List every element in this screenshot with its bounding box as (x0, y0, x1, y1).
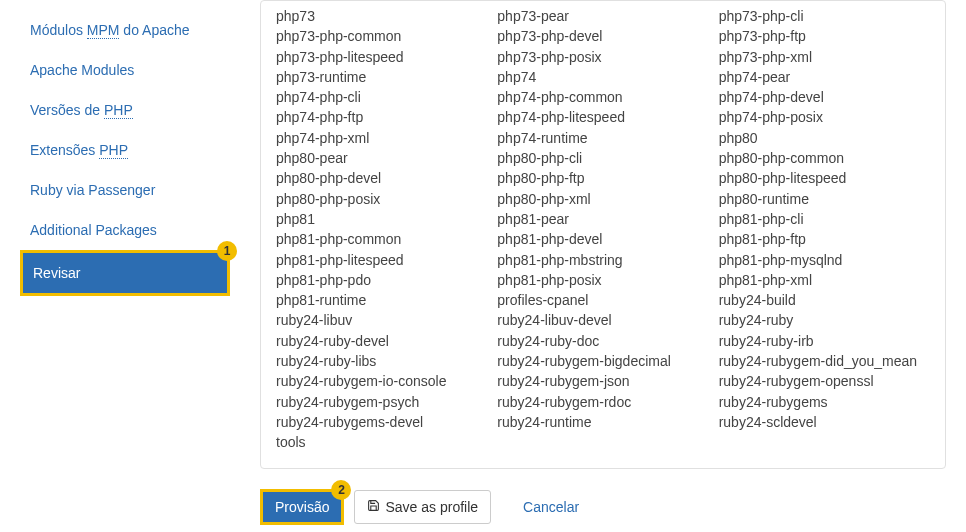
package-item: tools (276, 432, 487, 452)
package-item: php80 (719, 128, 930, 148)
cancel-button[interactable]: Cancelar (511, 491, 591, 523)
package-item: ruby24-libuv (276, 310, 487, 330)
package-item: php73-php-common (276, 26, 487, 46)
package-item: php81-php-pdo (276, 270, 487, 290)
package-item: php73 (276, 6, 487, 26)
cancel-label: Cancelar (523, 499, 579, 515)
sidebar-item-label: Revisar (33, 265, 80, 281)
provision-button[interactable]: Provisão 2 (260, 489, 344, 525)
sidebar-item-label: Extensões (30, 142, 99, 158)
sidebar-item-label: Apache Modules (30, 62, 134, 78)
package-item: php81-php-cli (719, 209, 930, 229)
package-item: php81 (276, 209, 487, 229)
save-profile-label: Save as profile (385, 499, 478, 515)
package-item: php81-php-mysqlnd (719, 250, 930, 270)
package-columns: php73php73-pearphp73-php-cliphp73-php-co… (276, 6, 930, 453)
sidebar-item-apache-modules[interactable]: Apache Modules (20, 50, 230, 90)
package-item: ruby24-ruby-doc (497, 331, 708, 351)
sidebar-item-php-extensions[interactable]: Extensões PHP (20, 130, 230, 170)
sidebar-item-mpm-modules[interactable]: Módulos MPM do Apache (20, 10, 230, 50)
package-item: php80-pear (276, 148, 487, 168)
package-item: ruby24-rubygem-psych (276, 392, 487, 412)
package-item: php81-php-posix (497, 270, 708, 290)
package-item: php74-runtime (497, 128, 708, 148)
package-item: ruby24-rubygem-json (497, 371, 708, 391)
package-item: ruby24-rubygems (719, 392, 930, 412)
package-item: ruby24-build (719, 290, 930, 310)
action-bar: Provisão 2 Save as profile Cancelar (260, 489, 946, 525)
package-item: php73-php-posix (497, 47, 708, 67)
package-item: ruby24-libuv-devel (497, 310, 708, 330)
package-item: php73-php-ftp (719, 26, 930, 46)
package-item: php81-runtime (276, 290, 487, 310)
package-item: ruby24-scldevel (719, 412, 930, 432)
sidebar-item-label: Ruby via Passenger (30, 182, 155, 198)
sidebar-item-review[interactable]: Revisar 1 (20, 250, 230, 296)
package-item: php74-pear (719, 67, 930, 87)
package-item: php74-php-posix (719, 107, 930, 127)
sidebar-item-abbr: PHP (104, 102, 133, 119)
package-item: php73-pear (497, 6, 708, 26)
package-item: php80-php-litespeed (719, 168, 930, 188)
package-item: ruby24-ruby-libs (276, 351, 487, 371)
sidebar-item-label: Módulos (30, 22, 87, 38)
sidebar-item-label: Additional Packages (30, 222, 157, 238)
package-item: ruby24-runtime (497, 412, 708, 432)
package-item: php73-php-cli (719, 6, 930, 26)
sidebar-item-additional-packages[interactable]: Additional Packages (20, 210, 230, 250)
step-badge-2: 2 (331, 480, 351, 500)
package-item: php81-php-ftp (719, 229, 930, 249)
sidebar-item-php-versions[interactable]: Versões de PHP (20, 90, 230, 130)
package-item: ruby24-rubygem-did_you_mean (719, 351, 930, 371)
sidebar-item-ruby-passenger[interactable]: Ruby via Passenger (20, 170, 230, 210)
package-item: php81-php-common (276, 229, 487, 249)
package-item: php74-php-common (497, 87, 708, 107)
package-item: ruby24-rubygems-devel (276, 412, 487, 432)
package-item: ruby24-ruby (719, 310, 930, 330)
package-item: ruby24-rubygem-openssl (719, 371, 930, 391)
package-item: php74-php-devel (719, 87, 930, 107)
package-item: php74-php-ftp (276, 107, 487, 127)
package-item: php81-php-xml (719, 270, 930, 290)
package-item: php80-php-ftp (497, 168, 708, 188)
package-item: php81-pear (497, 209, 708, 229)
package-item: php81-php-mbstring (497, 250, 708, 270)
package-item: php74-php-xml (276, 128, 487, 148)
package-item: php74 (497, 67, 708, 87)
sidebar-item-abbr: PHP (99, 142, 128, 159)
package-item: php74-php-litespeed (497, 107, 708, 127)
sidebar: Módulos MPM do Apache Apache Modules Ver… (0, 0, 240, 532)
save-icon (367, 499, 380, 515)
package-item: php73-runtime (276, 67, 487, 87)
package-item: profiles-cpanel (497, 290, 708, 310)
package-item: php80-php-devel (276, 168, 487, 188)
package-item: ruby24-rubygem-bigdecimal (497, 351, 708, 371)
package-item: php80-php-xml (497, 189, 708, 209)
step-badge-1: 1 (217, 241, 237, 261)
package-item: ruby24-rubygem-io-console (276, 371, 487, 391)
package-item: ruby24-ruby-irb (719, 331, 930, 351)
package-item: php74-php-cli (276, 87, 487, 107)
provision-button-label: Provisão (275, 499, 329, 515)
package-list-box: php73php73-pearphp73-php-cliphp73-php-co… (260, 0, 946, 469)
package-item: php73-php-litespeed (276, 47, 487, 67)
package-item: php81-php-devel (497, 229, 708, 249)
package-item: php73-php-xml (719, 47, 930, 67)
package-item: php73-php-devel (497, 26, 708, 46)
package-item: php80-php-common (719, 148, 930, 168)
package-item: php81-php-litespeed (276, 250, 487, 270)
sidebar-item-label: Versões de (30, 102, 104, 118)
package-item: ruby24-ruby-devel (276, 331, 487, 351)
package-item: php80-php-cli (497, 148, 708, 168)
save-profile-button[interactable]: Save as profile (354, 490, 491, 524)
sidebar-item-suffix: do Apache (119, 22, 189, 38)
package-item: php80-runtime (719, 189, 930, 209)
package-item: ruby24-rubygem-rdoc (497, 392, 708, 412)
main-content: php73php73-pearphp73-php-cliphp73-php-co… (240, 0, 966, 532)
sidebar-item-abbr: MPM (87, 22, 120, 39)
package-item: php80-php-posix (276, 189, 487, 209)
